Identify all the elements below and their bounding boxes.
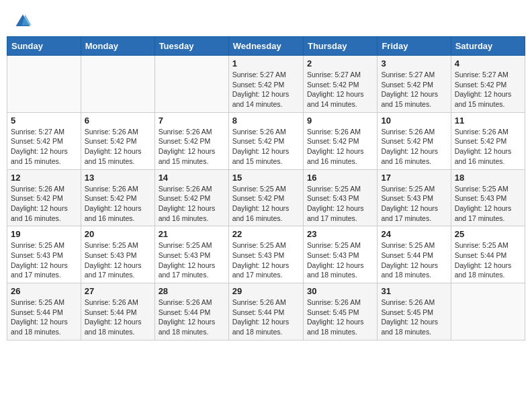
day-number: 27	[85, 286, 151, 296]
calendar-cell: 14Sunrise: 5:26 AM Sunset: 5:42 PM Dayli…	[154, 169, 228, 226]
day-info: Sunrise: 5:25 AM Sunset: 5:44 PM Dayligh…	[455, 240, 521, 280]
day-info: Sunrise: 5:26 AM Sunset: 5:42 PM Dayligh…	[85, 184, 151, 224]
day-info: Sunrise: 5:27 AM Sunset: 5:42 PM Dayligh…	[381, 70, 447, 109]
calendar-cell	[81, 56, 154, 113]
calendar-week-row: 26Sunrise: 5:25 AM Sunset: 5:44 PM Dayli…	[7, 283, 525, 340]
day-number: 4	[455, 58, 521, 68]
day-info: Sunrise: 5:25 AM Sunset: 5:43 PM Dayligh…	[85, 240, 151, 280]
calendar-cell: 9Sunrise: 5:26 AM Sunset: 5:42 PM Daylig…	[303, 112, 377, 169]
calendar-header: SundayMondayTuesdayWednesdayThursdayFrid…	[7, 37, 525, 56]
day-number: 20	[85, 229, 151, 239]
calendar-body: 1Sunrise: 5:27 AM Sunset: 5:42 PM Daylig…	[7, 56, 525, 340]
calendar-cell: 15Sunrise: 5:25 AM Sunset: 5:42 PM Dayli…	[228, 169, 303, 226]
calendar-cell: 27Sunrise: 5:26 AM Sunset: 5:44 PM Dayli…	[81, 283, 154, 340]
day-number: 14	[159, 173, 225, 183]
logo-icon	[13, 12, 32, 31]
calendar-cell: 22Sunrise: 5:25 AM Sunset: 5:43 PM Dayli…	[228, 226, 303, 283]
day-info: Sunrise: 5:25 AM Sunset: 5:43 PM Dayligh…	[307, 184, 373, 224]
calendar-cell: 23Sunrise: 5:25 AM Sunset: 5:43 PM Dayli…	[303, 226, 377, 283]
day-number: 22	[232, 229, 300, 239]
calendar-cell: 12Sunrise: 5:26 AM Sunset: 5:42 PM Dayli…	[7, 169, 81, 226]
calendar-cell: 25Sunrise: 5:25 AM Sunset: 5:44 PM Dayli…	[451, 226, 525, 283]
page-header	[7, 7, 525, 34]
day-info: Sunrise: 5:26 AM Sunset: 5:44 PM Dayligh…	[159, 298, 225, 337]
weekday-header: Thursday	[303, 37, 377, 56]
weekday-header: Sunday	[7, 37, 81, 56]
day-info: Sunrise: 5:26 AM Sunset: 5:42 PM Dayligh…	[11, 184, 77, 224]
day-info: Sunrise: 5:26 AM Sunset: 5:44 PM Dayligh…	[85, 298, 151, 337]
calendar-cell: 16Sunrise: 5:25 AM Sunset: 5:43 PM Dayli…	[303, 169, 377, 226]
calendar-cell: 20Sunrise: 5:25 AM Sunset: 5:43 PM Dayli…	[81, 226, 154, 283]
day-info: Sunrise: 5:25 AM Sunset: 5:43 PM Dayligh…	[159, 240, 225, 280]
day-number: 19	[11, 229, 77, 239]
calendar-week-row: 12Sunrise: 5:26 AM Sunset: 5:42 PM Dayli…	[7, 169, 525, 226]
day-number: 13	[85, 173, 151, 183]
weekday-header: Friday	[378, 37, 451, 56]
calendar-week-row: 19Sunrise: 5:25 AM Sunset: 5:43 PM Dayli…	[7, 226, 525, 283]
weekday-header-row: SundayMondayTuesdayWednesdayThursdayFrid…	[7, 37, 525, 56]
day-info: Sunrise: 5:26 AM Sunset: 5:42 PM Dayligh…	[159, 184, 225, 224]
calendar-cell: 8Sunrise: 5:26 AM Sunset: 5:42 PM Daylig…	[228, 112, 303, 169]
day-number: 12	[11, 173, 77, 183]
day-info: Sunrise: 5:27 AM Sunset: 5:42 PM Dayligh…	[455, 70, 521, 109]
day-info: Sunrise: 5:25 AM Sunset: 5:43 PM Dayligh…	[11, 240, 77, 280]
weekday-header: Saturday	[451, 37, 525, 56]
day-number: 26	[11, 286, 77, 296]
calendar-cell	[154, 56, 228, 113]
day-info: Sunrise: 5:25 AM Sunset: 5:43 PM Dayligh…	[307, 240, 373, 280]
day-info: Sunrise: 5:27 AM Sunset: 5:42 PM Dayligh…	[307, 70, 373, 109]
day-number: 24	[381, 229, 447, 239]
calendar-cell: 6Sunrise: 5:26 AM Sunset: 5:42 PM Daylig…	[81, 112, 154, 169]
weekday-header: Wednesday	[228, 37, 303, 56]
day-number: 16	[307, 173, 373, 183]
day-number: 17	[381, 173, 447, 183]
day-info: Sunrise: 5:25 AM Sunset: 5:44 PM Dayligh…	[11, 298, 77, 337]
day-info: Sunrise: 5:26 AM Sunset: 5:42 PM Dayligh…	[455, 127, 521, 167]
calendar-cell: 10Sunrise: 5:26 AM Sunset: 5:42 PM Dayli…	[378, 112, 451, 169]
calendar-cell: 13Sunrise: 5:26 AM Sunset: 5:42 PM Dayli…	[81, 169, 154, 226]
day-info: Sunrise: 5:27 AM Sunset: 5:42 PM Dayligh…	[232, 70, 300, 109]
calendar-cell	[451, 283, 525, 340]
day-number: 29	[232, 286, 300, 296]
calendar-cell: 30Sunrise: 5:26 AM Sunset: 5:45 PM Dayli…	[303, 283, 377, 340]
day-info: Sunrise: 5:27 AM Sunset: 5:42 PM Dayligh…	[11, 127, 77, 167]
day-info: Sunrise: 5:26 AM Sunset: 5:42 PM Dayligh…	[381, 127, 447, 167]
day-number: 30	[307, 286, 373, 296]
calendar-cell: 11Sunrise: 5:26 AM Sunset: 5:42 PM Dayli…	[451, 112, 525, 169]
day-info: Sunrise: 5:25 AM Sunset: 5:43 PM Dayligh…	[455, 184, 521, 224]
day-info: Sunrise: 5:26 AM Sunset: 5:42 PM Dayligh…	[85, 127, 151, 167]
calendar-cell: 5Sunrise: 5:27 AM Sunset: 5:42 PM Daylig…	[7, 112, 81, 169]
calendar-cell	[7, 56, 81, 113]
day-number: 7	[159, 116, 225, 126]
day-info: Sunrise: 5:26 AM Sunset: 5:42 PM Dayligh…	[307, 127, 373, 167]
calendar-cell: 18Sunrise: 5:25 AM Sunset: 5:43 PM Dayli…	[451, 169, 525, 226]
calendar-cell: 17Sunrise: 5:25 AM Sunset: 5:43 PM Dayli…	[378, 169, 451, 226]
day-info: Sunrise: 5:26 AM Sunset: 5:42 PM Dayligh…	[232, 127, 300, 167]
calendar-cell: 24Sunrise: 5:25 AM Sunset: 5:44 PM Dayli…	[378, 226, 451, 283]
day-info: Sunrise: 5:25 AM Sunset: 5:44 PM Dayligh…	[381, 240, 447, 280]
day-number: 10	[381, 116, 447, 126]
calendar-cell: 7Sunrise: 5:26 AM Sunset: 5:42 PM Daylig…	[154, 112, 228, 169]
calendar-cell: 2Sunrise: 5:27 AM Sunset: 5:42 PM Daylig…	[303, 56, 377, 113]
day-number: 11	[455, 116, 521, 126]
calendar-cell: 29Sunrise: 5:26 AM Sunset: 5:44 PM Dayli…	[228, 283, 303, 340]
day-info: Sunrise: 5:25 AM Sunset: 5:42 PM Dayligh…	[232, 184, 300, 224]
calendar-table: SundayMondayTuesdayWednesdayThursdayFrid…	[7, 36, 525, 340]
calendar-cell: 1Sunrise: 5:27 AM Sunset: 5:42 PM Daylig…	[228, 56, 303, 113]
day-number: 21	[159, 229, 225, 239]
day-info: Sunrise: 5:25 AM Sunset: 5:43 PM Dayligh…	[381, 184, 447, 224]
day-number: 1	[232, 58, 300, 68]
day-info: Sunrise: 5:26 AM Sunset: 5:44 PM Dayligh…	[232, 298, 300, 337]
day-info: Sunrise: 5:25 AM Sunset: 5:43 PM Dayligh…	[232, 240, 300, 280]
calendar-cell: 28Sunrise: 5:26 AM Sunset: 5:44 PM Dayli…	[154, 283, 228, 340]
day-number: 15	[232, 173, 300, 183]
day-info: Sunrise: 5:26 AM Sunset: 5:45 PM Dayligh…	[307, 298, 373, 337]
day-number: 31	[381, 286, 447, 296]
day-number: 3	[381, 58, 447, 68]
day-number: 5	[11, 116, 77, 126]
logo	[13, 12, 35, 31]
day-number: 28	[159, 286, 225, 296]
day-number: 25	[455, 229, 521, 239]
day-number: 6	[85, 116, 151, 126]
day-number: 23	[307, 229, 373, 239]
